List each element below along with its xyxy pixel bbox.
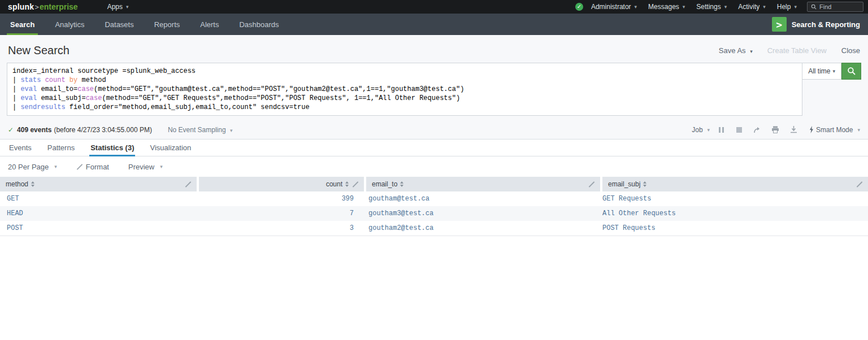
- search-mode-label: Smart Mode: [816, 126, 853, 134]
- nav-dashboards-label: Dashboards: [239, 20, 279, 29]
- sort-icon[interactable]: [31, 181, 34, 187]
- query-line: | stats count by method: [12, 76, 797, 85]
- share-job-button[interactable]: [750, 127, 764, 133]
- edit-column-pencil-icon[interactable]: [352, 181, 358, 188]
- save-as-button[interactable]: Save As ▾: [719, 46, 753, 55]
- splunk-logo[interactable]: splunk > enterprise: [0, 2, 86, 11]
- time-range-label: All time: [808, 67, 830, 75]
- search-icon: [811, 4, 817, 10]
- cell-method[interactable]: GET: [0, 191, 197, 206]
- edit-column-pencil-icon[interactable]: [588, 181, 594, 188]
- cell-email_to[interactable]: goutham2@test.ca: [362, 221, 596, 236]
- per-page-menu[interactable]: 20 Per Page ▾: [8, 163, 57, 171]
- nav-analytics[interactable]: Analytics: [45, 14, 94, 35]
- format-button[interactable]: Format: [76, 163, 109, 171]
- menu-help[interactable]: Help ▾: [771, 0, 802, 14]
- chevron-down-icon: ▾: [160, 164, 163, 169]
- pause-job-button[interactable]: [714, 127, 728, 133]
- menu-settings[interactable]: Settings ▾: [691, 0, 732, 14]
- cell-count[interactable]: 7: [197, 206, 362, 221]
- chevron-down-icon: ▾: [635, 4, 637, 10]
- statistics-table: methodcountemail_toemail_subj GET399gout…: [0, 177, 868, 236]
- nav-search[interactable]: Search: [0, 14, 45, 35]
- query-line: | sendresults field_order="method,email_…: [12, 103, 797, 112]
- chevron-down-icon: ▾: [763, 4, 766, 10]
- tab-patterns[interactable]: Patterns: [40, 140, 83, 156]
- sort-icon[interactable]: [400, 181, 403, 187]
- search-submit-button[interactable]: [841, 63, 861, 80]
- per-page-label: 20 Per Page: [8, 163, 49, 171]
- cell-email_to[interactable]: goutham3@test.ca: [362, 206, 596, 221]
- page-header: New Search Save As ▾ Create Table View C…: [0, 35, 868, 63]
- nav-alerts-label: Alerts: [200, 20, 219, 29]
- cell-count[interactable]: 399: [197, 191, 362, 206]
- menu-messages-label: Messages: [648, 3, 679, 11]
- current-app[interactable]: > Search & Reporting: [764, 14, 868, 35]
- nav-datasets[interactable]: Datasets: [94, 14, 144, 35]
- column-header-email_subj[interactable]: email_subj: [602, 177, 868, 191]
- close-button[interactable]: Close: [841, 46, 860, 55]
- tab-visualization[interactable]: Visualization: [142, 140, 199, 156]
- tab-events-label: Events: [9, 143, 32, 152]
- stop-job-button[interactable]: [732, 127, 746, 133]
- table-row: HEAD7goutham3@test.caAll Other Requests: [0, 206, 868, 221]
- cell-method[interactable]: POST: [0, 221, 197, 236]
- find-input[interactable]: [819, 3, 859, 10]
- event-count-qualifier: (before 4/27/23 3:04:55.000 PM): [54, 126, 151, 134]
- query-line: | eval email_subj=case(method=="GET","GE…: [12, 94, 797, 103]
- edit-column-pencil-icon[interactable]: [185, 181, 191, 188]
- job-status-bar: ✓ 409 events (before 4/27/23 3:04:55.000…: [0, 120, 868, 140]
- menu-messages[interactable]: Messages ▾: [643, 0, 691, 14]
- column-header-email_to[interactable]: email_to: [366, 177, 600, 191]
- search-mode-menu[interactable]: Smart Mode ▾: [809, 126, 860, 134]
- pause-icon: [719, 127, 724, 133]
- cell-email_subj[interactable]: GET Requests: [596, 191, 868, 206]
- nav-dashboards[interactable]: Dashboards: [229, 14, 289, 35]
- event-count[interactable]: 409 events: [17, 126, 51, 134]
- column-header-method[interactable]: method: [0, 177, 197, 191]
- export-button[interactable]: [787, 126, 800, 133]
- cell-count[interactable]: 3: [197, 221, 362, 236]
- health-check-icon[interactable]: ✓: [575, 3, 583, 11]
- menu-administrator[interactable]: Administrator ▾: [585, 0, 643, 14]
- menu-help-label: Help: [777, 3, 791, 11]
- column-header-count[interactable]: count: [199, 177, 364, 191]
- chevron-down-icon: ▾: [857, 127, 860, 133]
- cell-email_subj[interactable]: All Other Requests: [596, 206, 868, 221]
- tab-patterns-label: Patterns: [47, 143, 75, 152]
- preview-menu[interactable]: Preview ▾: [128, 163, 163, 171]
- chevron-down-icon: ▾: [832, 68, 835, 74]
- create-table-view-button: Create Table View: [767, 46, 827, 55]
- smart-mode-bolt-icon: [809, 126, 814, 133]
- sort-icon[interactable]: [643, 181, 646, 187]
- event-sampling-menu[interactable]: No Event Sampling ▾: [168, 126, 233, 134]
- tab-events[interactable]: Events: [1, 140, 40, 156]
- time-range-picker[interactable]: All time ▾: [802, 63, 841, 80]
- sort-icon[interactable]: [345, 181, 349, 187]
- column-label: count: [326, 180, 342, 188]
- job-menu[interactable]: Job ▾: [692, 126, 710, 134]
- print-button[interactable]: [769, 126, 782, 133]
- nav-search-label: Search: [10, 20, 34, 29]
- share-icon: [753, 127, 761, 133]
- save-as-label: Save As: [719, 46, 746, 55]
- nav-alerts[interactable]: Alerts: [190, 14, 229, 35]
- cell-email_subj[interactable]: POST Requests: [596, 221, 868, 236]
- top-bar: splunk > enterprise Apps ▾ ✓ Administrat…: [0, 0, 868, 14]
- tab-statistics[interactable]: Statistics (3): [83, 140, 142, 156]
- job-menu-label: Job: [692, 126, 702, 134]
- statistics-table-header: methodcountemail_toemail_subj: [0, 177, 868, 191]
- search-query-input[interactable]: index=_internal sourcetype =splunk_web_a…: [7, 63, 802, 116]
- nav-reports[interactable]: Reports: [144, 14, 190, 35]
- chevron-down-icon: ▾: [683, 4, 685, 10]
- app-nav-bar: Search Analytics Datasets Reports Alerts…: [0, 14, 868, 35]
- logo-gt: >: [34, 3, 39, 11]
- chevron-down-icon: ▾: [54, 164, 57, 169]
- menu-activity[interactable]: Activity ▾: [732, 0, 771, 14]
- cell-email_to[interactable]: goutham@test.ca: [362, 191, 596, 206]
- chevron-down-icon: ▾: [724, 4, 727, 10]
- cell-method[interactable]: HEAD: [0, 206, 197, 221]
- edit-column-pencil-icon[interactable]: [856, 181, 862, 188]
- apps-menu[interactable]: Apps ▾: [102, 0, 134, 14]
- find-search-box[interactable]: [807, 2, 863, 12]
